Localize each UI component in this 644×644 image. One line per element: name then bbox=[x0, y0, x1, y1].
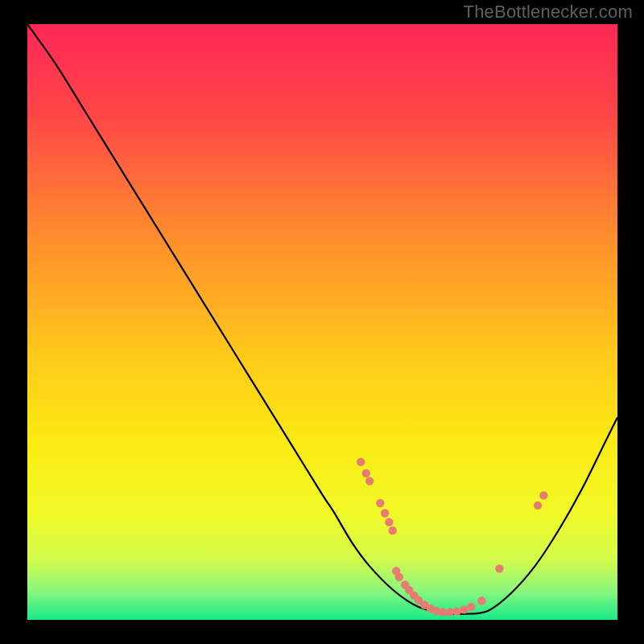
scatter-point bbox=[539, 491, 547, 499]
scatter-point bbox=[534, 502, 542, 510]
chart-svg bbox=[27, 24, 617, 620]
scatter-point bbox=[365, 477, 374, 485]
scatter-point bbox=[446, 608, 454, 616]
scatter-point bbox=[381, 509, 389, 517]
scatter-point bbox=[376, 499, 384, 507]
scatter-point bbox=[452, 607, 460, 615]
attribution-label: TheBottlenecker.com bbox=[464, 2, 633, 23]
scatter-point bbox=[495, 564, 503, 572]
scatter-point bbox=[389, 526, 397, 535]
scatter-point bbox=[467, 603, 475, 611]
chart-frame: TheBottlenecker.com bbox=[0, 0, 644, 644]
scatter-point bbox=[362, 469, 370, 477]
plot-area bbox=[27, 24, 617, 620]
scatter-point bbox=[385, 518, 393, 526]
scatter-point bbox=[357, 458, 365, 466]
scatter-point bbox=[477, 597, 485, 605]
gradient-background bbox=[27, 24, 617, 620]
scatter-point bbox=[395, 573, 403, 581]
